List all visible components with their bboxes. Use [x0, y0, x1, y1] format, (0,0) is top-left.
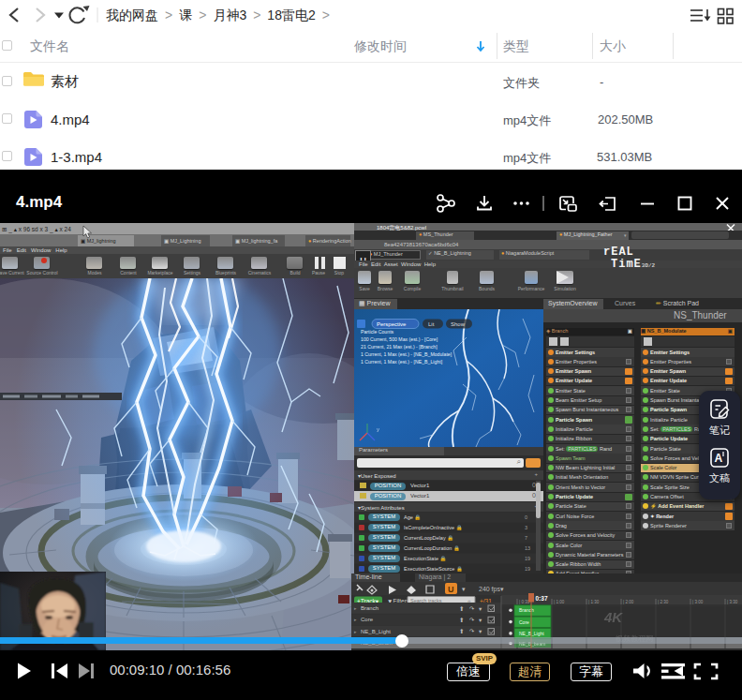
svg-text:| 1:00: | 1:00: [554, 600, 565, 604]
svg-text:Lit: Lit: [428, 321, 435, 327]
svg-text:| 1:30: | 1:30: [588, 600, 600, 604]
svg-text:↷: ↷: [469, 628, 475, 634]
svg-text:Perspective: Perspective: [377, 321, 407, 327]
svg-text:| 2:30: | 2:30: [658, 600, 669, 604]
svg-text:1 Current, 1 Max (est.) - [NE_: 1 Current, 1 Max (est.) - [NE_B_Modulate…: [361, 351, 453, 357]
svg-text:1 Current, 1 Max (est.) - [NE_: 1 Current, 1 Max (est.) - [NE_B_Light]: [361, 359, 443, 365]
svg-text:y: y: [377, 426, 379, 432]
svg-text:4K: 4K: [603, 609, 623, 625]
svg-text:| 2:00: | 2:00: [623, 600, 634, 604]
svg-text:↷: ↷: [469, 617, 475, 623]
svg-text:| 3:00: | 3:00: [692, 600, 704, 604]
svg-text:NE_B_Light: NE_B_Light: [519, 631, 544, 636]
svg-text:| 3:30: | 3:30: [727, 600, 738, 604]
svg-text:⬆: ⬆: [459, 605, 464, 612]
svg-text:NE_B_Light: NE_B_Light: [361, 629, 391, 634]
svg-text:| 0:30: | 0:30: [519, 600, 530, 604]
svg-text:Core: Core: [519, 619, 529, 625]
svg-text:⬆: ⬆: [459, 617, 464, 623]
svg-text:A: A: [715, 452, 723, 465]
svg-text:100 Current, 500 Max (est.) -: 100 Current, 500 Max (est.) - [Core]: [361, 336, 438, 342]
svg-text:Branch: Branch: [361, 605, 378, 611]
svg-text:Core: Core: [361, 617, 374, 622]
svg-text:Particle Counts: Particle Counts: [361, 329, 394, 335]
svg-text:↷: ↷: [469, 605, 475, 612]
svg-text:Show: Show: [451, 321, 466, 327]
svg-text:⬆: ⬆: [459, 628, 464, 634]
svg-text:21 Current, 21 Max (est.) - [B: 21 Current, 21 Max (est.) - [Branch]: [361, 344, 438, 350]
svg-text:0:37: 0:37: [536, 595, 548, 602]
svg-text:Branch: Branch: [519, 607, 534, 613]
